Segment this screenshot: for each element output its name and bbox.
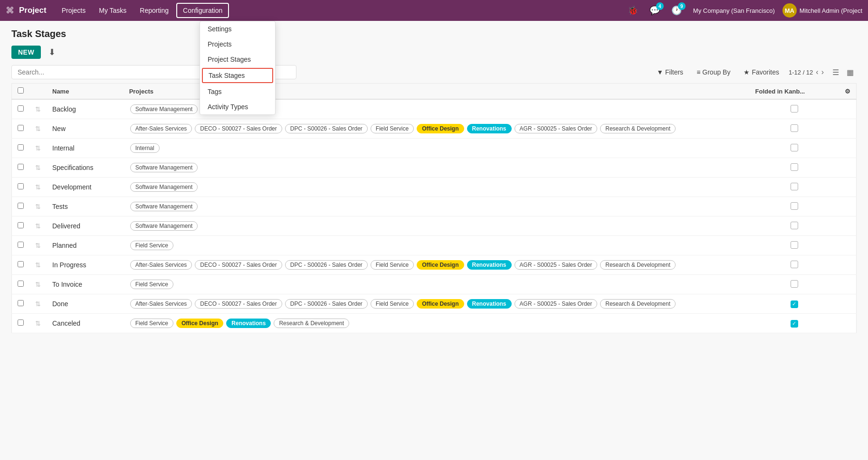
chat-icon-btn[interactable]: 💬 4 [646, 3, 664, 18]
project-tag[interactable]: DPC - S00026 - Sales Order [285, 260, 368, 270]
company-name[interactable]: My Company (San Francisco) [689, 7, 779, 14]
menu-projects[interactable]: Projects [200, 37, 275, 52]
project-tag[interactable]: Software Management [130, 221, 198, 231]
nav-configuration[interactable]: Configuration [176, 3, 229, 18]
row-name[interactable]: Done [52, 300, 68, 308]
project-tag[interactable]: Renovations [226, 319, 271, 328]
project-tag[interactable]: AGR - S00025 - Sales Order [515, 124, 598, 133]
project-tag[interactable]: Internal [130, 143, 160, 153]
row-checkbox[interactable] [18, 105, 24, 112]
menu-settings[interactable]: Settings [200, 21, 275, 37]
project-tag[interactable]: Research & Development [274, 319, 349, 328]
drag-handle[interactable]: ⇅ [35, 183, 41, 191]
project-tag[interactable]: DPC - S00026 - Sales Order [285, 124, 368, 133]
drag-handle[interactable]: ⇅ [35, 105, 41, 113]
filters-button[interactable]: ▼ Filters [653, 66, 687, 78]
drag-handle[interactable]: ⇅ [35, 125, 41, 132]
project-tag[interactable]: Field Service [130, 319, 173, 328]
row-checkbox[interactable] [18, 164, 24, 170]
project-tag[interactable]: DPC - S00026 - Sales Order [285, 299, 368, 309]
folded-unchecked-icon[interactable] [791, 261, 798, 268]
user-menu[interactable]: MA Mitchell Admin (Project [782, 3, 862, 18]
new-button[interactable]: NEW [11, 46, 41, 59]
nav-reporting[interactable]: Reporting [134, 4, 174, 17]
nav-my-tasks[interactable]: My Tasks [93, 4, 132, 17]
project-tag[interactable]: Software Management [130, 202, 198, 211]
select-all-checkbox[interactable] [18, 87, 24, 94]
folded-unchecked-icon[interactable] [791, 163, 798, 171]
favorites-button[interactable]: ★ Favorites [740, 66, 783, 78]
project-tag[interactable]: DECO - S00027 - Sales Order [195, 124, 282, 133]
nav-projects[interactable]: Projects [56, 4, 92, 17]
project-tag[interactable]: AGR - S00025 - Sales Order [515, 299, 598, 309]
project-tag[interactable]: Field Service [371, 299, 414, 309]
drag-handle[interactable]: ⇅ [35, 281, 41, 288]
bug-icon-btn[interactable]: 🐞 [624, 3, 642, 18]
project-tag[interactable]: Software Management [130, 163, 198, 172]
project-tag[interactable]: Research & Development [600, 260, 676, 270]
project-tag[interactable]: Software Management [130, 104, 198, 114]
drag-handle[interactable]: ⇅ [35, 144, 41, 152]
project-tag[interactable]: DECO - S00027 - Sales Order [195, 260, 282, 270]
row-name[interactable]: Internal [52, 144, 75, 152]
row-name[interactable]: In Progress [52, 261, 86, 269]
download-button[interactable]: ⬇ [45, 45, 59, 59]
project-tag[interactable]: After-Sales Services [130, 260, 192, 270]
folded-checked-icon[interactable]: ✓ [791, 320, 798, 328]
folded-unchecked-icon[interactable] [791, 105, 798, 113]
project-tag[interactable]: Office Design [417, 299, 464, 309]
drag-handle[interactable]: ⇅ [35, 300, 41, 308]
drag-handle[interactable]: ⇅ [35, 164, 41, 171]
menu-tags[interactable]: Tags [200, 84, 275, 99]
folded-unchecked-icon[interactable] [791, 241, 798, 249]
row-name[interactable]: Development [52, 183, 92, 191]
folded-unchecked-icon[interactable] [791, 183, 798, 190]
row-checkbox[interactable] [18, 183, 24, 189]
row-name[interactable]: Planned [52, 242, 76, 249]
row-checkbox[interactable] [18, 203, 24, 209]
drag-handle[interactable]: ⇅ [35, 203, 41, 210]
folded-unchecked-icon[interactable] [791, 222, 798, 229]
next-page-button[interactable]: › [821, 68, 824, 76]
project-tag[interactable]: After-Sales Services [130, 124, 192, 133]
project-tag[interactable]: After-Sales Services [130, 299, 192, 309]
project-tag[interactable]: Research & Development [600, 124, 676, 133]
row-checkbox[interactable] [18, 281, 24, 287]
row-name[interactable]: Canceled [52, 319, 80, 327]
project-tag[interactable]: Software Management [130, 182, 198, 192]
row-name[interactable]: Tests [52, 203, 68, 210]
project-tag[interactable]: DECO - S00027 - Sales Order [195, 299, 282, 309]
project-tag[interactable]: Office Design [417, 260, 464, 270]
project-tag[interactable]: Field Service [371, 260, 414, 270]
project-tag[interactable]: Renovations [467, 124, 512, 133]
row-name[interactable]: New [52, 125, 66, 132]
drag-handle[interactable]: ⇅ [35, 261, 41, 269]
kanban-view-button[interactable]: ▦ [844, 66, 857, 79]
clock-icon-btn[interactable]: 🕐 9 [668, 3, 686, 18]
prev-page-button[interactable]: ‹ [816, 68, 818, 76]
grid-icon[interactable]: ⌘ [6, 5, 14, 16]
project-tag[interactable]: Office Design [417, 124, 464, 133]
project-tag[interactable]: AGR - S00025 - Sales Order [515, 260, 598, 270]
menu-activity-types[interactable]: Activity Types [200, 99, 275, 114]
folded-unchecked-icon[interactable] [791, 144, 798, 151]
project-tag[interactable]: Field Service [130, 241, 173, 250]
row-name[interactable]: Delivered [52, 222, 80, 230]
th-settings[interactable]: ⚙ [839, 84, 857, 100]
project-tag[interactable]: Renovations [467, 299, 512, 309]
menu-task-stages[interactable]: Task Stages [202, 68, 273, 83]
project-tag[interactable]: Field Service [371, 124, 414, 133]
folded-unchecked-icon[interactable] [791, 124, 798, 132]
row-checkbox[interactable] [18, 242, 24, 248]
group-by-button[interactable]: ≡ Group By [693, 66, 734, 78]
row-checkbox[interactable] [18, 319, 24, 326]
folded-unchecked-icon[interactable] [791, 280, 798, 288]
project-tag[interactable]: Research & Development [600, 299, 676, 309]
drag-handle[interactable]: ⇅ [35, 319, 41, 327]
row-checkbox[interactable] [18, 125, 24, 131]
project-tag[interactable]: Office Design [176, 319, 223, 328]
project-tag[interactable]: Field Service [130, 280, 173, 289]
row-checkbox[interactable] [18, 300, 24, 306]
row-checkbox[interactable] [18, 222, 24, 228]
row-name[interactable]: Backlog [52, 105, 76, 113]
